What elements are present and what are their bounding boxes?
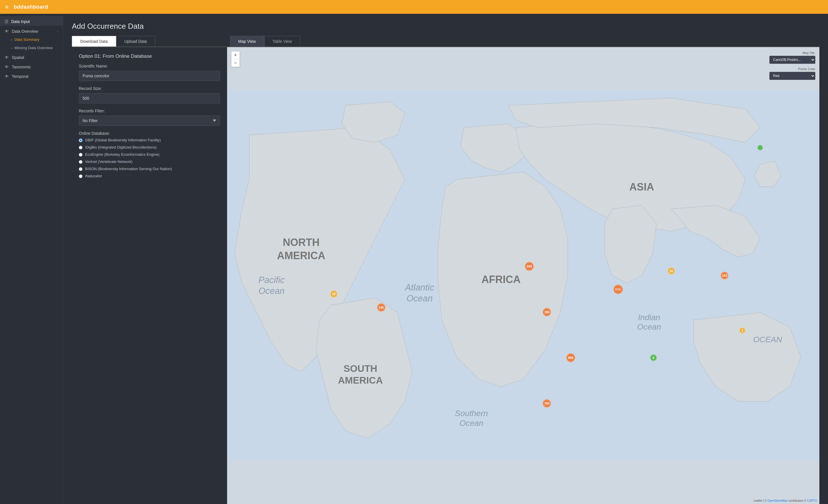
sidebar-item-missing-data[interactable]: » Missing Data Overview <box>0 44 63 52</box>
record-size-label: Record Size: <box>79 86 220 91</box>
radio-bison-label: BISON (Biodiversity Information Serving … <box>85 167 172 171</box>
sidebar-item-missing-data-label: Missing Data Overview <box>14 46 53 50</box>
records-filter-label: Records Filter: <box>79 108 220 113</box>
map-marker[interactable]: 19 <box>330 290 337 298</box>
sidebar-item-data-overview-label: Data Overview <box>12 29 38 34</box>
scientific-name-input[interactable] <box>79 71 220 81</box>
radio-bison-input[interactable] <box>79 167 83 171</box>
tab-upload-data[interactable]: Upload Data <box>116 36 155 47</box>
map-marker[interactable]: 15 <box>668 267 675 275</box>
database-radio-group: GBIF (Global Biodiversity Information Fa… <box>79 138 220 178</box>
radio-ecoengine[interactable]: EcoEngine (Berkeley Ecoinformatics Engin… <box>79 152 220 156</box>
eye-icon-overview: 👁 <box>5 29 9 34</box>
map-zoom-controls: + − <box>231 51 240 67</box>
map-marker[interactable]: 2731 <box>613 284 623 294</box>
sidebar-item-data-summary[interactable]: » Data Summary <box>0 35 63 44</box>
radio-gbif-label: GBIF (Global Biodiversity Information Fa… <box>85 138 161 142</box>
radio-bison[interactable]: BISON (Biodiversity Information Serving … <box>79 167 220 171</box>
record-size-input[interactable] <box>79 93 220 103</box>
sidebar-item-data-input[interactable]: ☰ Data Input <box>0 16 63 26</box>
chevron-right-icon-missing: » <box>11 46 13 50</box>
scientific-name-label: Scientific Name: <box>79 64 220 68</box>
tab-map-view[interactable]: Map View <box>230 36 264 47</box>
records-filter-select[interactable]: No Filter Has Coordinates Has Date <box>79 116 220 126</box>
collapse-icon: ‹ <box>57 29 58 33</box>
radio-gbif[interactable]: GBIF (Global Biodiversity Information Fa… <box>79 138 220 142</box>
tile-label: Map Tile: <box>802 51 815 55</box>
topnav: ≡ bddashboard <box>0 0 828 14</box>
main-layout: ☰ Data Input 👁 Data Overview ‹ » Data Su… <box>0 14 828 504</box>
map-marker[interactable]: 343 <box>525 262 534 271</box>
eye-icon-spatial: 👁 <box>5 55 9 60</box>
eye-icon-temporal: 👁 <box>5 74 9 79</box>
map-marker[interactable]: 6 <box>650 354 657 361</box>
sidebar-item-data-overview[interactable]: 👁 Data Overview ‹ <box>0 26 63 35</box>
sidebar-item-data-input-label: Data Input <box>11 19 30 24</box>
radio-vertnet[interactable]: Vertnet (Vertebrate Network) <box>79 159 220 164</box>
list-icon: ☰ <box>5 19 8 24</box>
radio-vertnet-input[interactable] <box>79 160 83 164</box>
osm-link[interactable]: OpenStreetMap <box>767 499 788 502</box>
sidebar-item-spatial-label: Spatial <box>12 55 24 60</box>
map-marker[interactable]: 1 <box>739 327 745 334</box>
map-container[interactable]: Pacific Ocean Atlantic Ocean Indian Ocea… <box>227 47 819 504</box>
radio-idigbio-input[interactable] <box>79 146 83 149</box>
map-marker[interactable]: 103 <box>720 272 729 280</box>
map-marker[interactable]: 194 <box>542 308 551 316</box>
carto-link[interactable]: CARTO <box>807 499 817 502</box>
map-marker[interactable] <box>757 145 763 150</box>
map-settings: Map Tile: CartoDB.Positro... OpenStreetM… <box>769 51 815 80</box>
zoom-in-button[interactable]: + <box>232 51 240 59</box>
map-marker[interactable]: 784 <box>542 399 551 408</box>
radio-ecoengine-label: EcoEngine (Berkeley Ecoinformatics Engin… <box>85 152 160 156</box>
radio-idigbio[interactable]: iDigBio (Integrated Digitized Biocollect… <box>79 145 220 149</box>
zoom-out-button[interactable]: − <box>232 59 240 67</box>
app-title: bddashboard <box>14 4 48 10</box>
markers-container: 1913634319427311510398978461 <box>227 47 819 504</box>
sidebar: ☰ Data Input 👁 Data Overview ‹ » Data Su… <box>0 14 63 504</box>
radio-vertnet-label: Vertnet (Vertebrate Network) <box>85 159 132 164</box>
page-title: Add Occurrence Data <box>72 22 819 31</box>
tab-download-data[interactable]: Download Data <box>72 36 116 47</box>
menu-icon[interactable]: ≡ <box>5 4 9 10</box>
sidebar-item-temporal[interactable]: 👁 Temporal <box>0 71 63 81</box>
online-database-label: Online Database: <box>79 131 220 136</box>
radio-ecoengine-input[interactable] <box>79 153 83 156</box>
sidebar-item-spatial[interactable]: 👁 Spatial <box>0 52 63 61</box>
sidebar-item-taxonomic-label: Taxonomic <box>12 65 31 69</box>
radio-inaturalist-input[interactable] <box>79 174 83 178</box>
map-marker[interactable]: 136 <box>377 303 385 312</box>
sidebar-item-data-summary-label: Data Summary <box>14 37 39 42</box>
leaflet-link: Leaflet <box>753 499 762 502</box>
right-panel: Pacific Ocean Atlantic Ocean Indian Ocea… <box>227 47 819 504</box>
points-color-select[interactable]: Red Blue Green Yellow <box>769 72 815 80</box>
main-content: Add Occurrence Data Download Data Upload… <box>63 14 828 504</box>
map-marker[interactable]: 989 <box>566 353 575 362</box>
tab-table-view[interactable]: Table View <box>264 36 300 47</box>
points-color-label: Points Color <box>798 67 815 71</box>
sidebar-item-temporal-label: Temporal <box>12 74 29 79</box>
eye-icon-taxonomic: 👁 <box>5 64 9 69</box>
body-panels: Option 01: From Online Database Scientif… <box>72 47 819 504</box>
chevron-right-icon-summary: » <box>11 38 13 41</box>
radio-inaturalist[interactable]: iNaturalist <box>79 174 220 178</box>
option-title: Option 01: From Online Database <box>79 53 220 59</box>
radio-gbif-input[interactable] <box>79 138 83 142</box>
tabs-row: Download Data Upload Data Map View Table… <box>72 36 819 47</box>
radio-idigbio-label: iDigBio (Integrated Digitized Biocollect… <box>85 145 157 149</box>
sidebar-item-taxonomic[interactable]: 👁 Taxonomic <box>0 61 63 71</box>
radio-inaturalist-label: iNaturalist <box>85 174 102 178</box>
map-tile-select[interactable]: CartoDB.Positro... OpenStreetMap Stamen.… <box>769 56 815 64</box>
map-attribution: Leaflet | © OpenStreetMap contributors ©… <box>753 499 817 502</box>
left-panel: Option 01: From Online Database Scientif… <box>72 47 227 504</box>
